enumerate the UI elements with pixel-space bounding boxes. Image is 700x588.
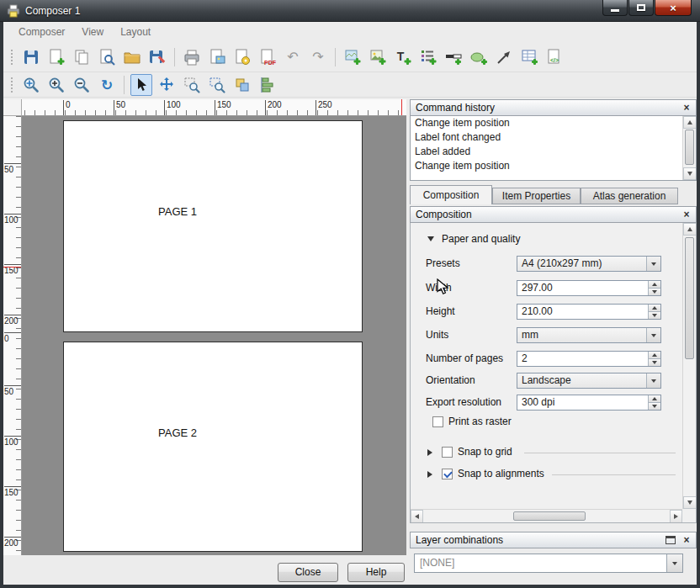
- num-pages-input[interactable]: 2: [517, 351, 661, 367]
- float-dock-icon[interactable]: [666, 536, 676, 544]
- zoom-full-icon[interactable]: [20, 74, 42, 96]
- presets-select[interactable]: A4 (210x297 mm): [517, 256, 661, 272]
- add-label-icon[interactable]: T: [392, 46, 414, 68]
- redo-icon[interactable]: ↷: [307, 46, 329, 68]
- canvas-page-2[interactable]: PAGE 2: [63, 342, 363, 552]
- tab-atlas-generation[interactable]: Atlas generation: [581, 188, 678, 204]
- spin-up-icon[interactable]: [648, 352, 660, 358]
- print-as-raster-label: Print as raster: [448, 416, 512, 428]
- composition-canvas[interactable]: PAGE 1 PAGE 2: [22, 116, 406, 555]
- add-attribute-table-icon[interactable]: [518, 46, 540, 68]
- add-image-icon[interactable]: [367, 46, 389, 68]
- undo-icon[interactable]: ↶: [282, 46, 304, 68]
- scroll-up-icon[interactable]: [683, 116, 697, 129]
- snap-to-alignments-checkbox[interactable]: [442, 469, 453, 479]
- select-move-item-icon[interactable]: [130, 74, 152, 96]
- export-resolution-value[interactable]: 300 dpi: [517, 395, 648, 410]
- scrollbar-thumb[interactable]: [685, 130, 694, 165]
- spin-down-icon[interactable]: [648, 288, 660, 295]
- close-button[interactable]: Close: [278, 563, 338, 582]
- scrollbar-thumb[interactable]: [685, 237, 694, 359]
- menu-layout[interactable]: Layout: [112, 23, 159, 41]
- expand-section-icon[interactable]: [427, 449, 432, 456]
- collapse-section-icon[interactable]: [427, 236, 434, 241]
- menu-composer[interactable]: Composer: [10, 23, 73, 41]
- add-html-icon[interactable]: </>: [544, 46, 565, 68]
- scroll-up-icon[interactable]: [683, 223, 697, 236]
- menu-view[interactable]: View: [73, 23, 112, 41]
- spin-up-icon[interactable]: [648, 395, 660, 402]
- dropdown-arrow-icon[interactable]: [646, 328, 660, 342]
- help-button[interactable]: Help: [347, 563, 405, 582]
- scroll-down-icon[interactable]: [683, 167, 697, 180]
- dropdown-arrow-icon[interactable]: [646, 257, 660, 271]
- dropdown-arrow-icon[interactable]: [666, 554, 682, 572]
- expand-section-icon[interactable]: [427, 471, 432, 478]
- load-template-icon[interactable]: [121, 46, 143, 68]
- maximize-button[interactable]: [628, 0, 654, 16]
- export-resolution-input[interactable]: 300 dpi: [517, 395, 661, 411]
- list-item[interactable]: Label added: [411, 145, 696, 159]
- units-select[interactable]: mm: [517, 327, 661, 343]
- refresh-view-icon[interactable]: ↻: [96, 74, 118, 96]
- save-template-icon[interactable]: [146, 46, 168, 68]
- close-window-button[interactable]: ×: [655, 0, 692, 16]
- raise-items-icon[interactable]: [231, 74, 253, 96]
- export-pdf-icon[interactable]: PDF: [257, 46, 278, 68]
- new-composition-icon[interactable]: [45, 46, 67, 68]
- dropdown-arrow-icon[interactable]: [646, 373, 660, 388]
- list-item[interactable]: Change item position: [411, 159, 696, 173]
- zoom-in-icon[interactable]: [45, 74, 67, 96]
- tab-composition[interactable]: Composition: [410, 185, 492, 204]
- add-arrow-icon[interactable]: [493, 46, 515, 68]
- align-items-icon[interactable]: [257, 74, 278, 96]
- zoom-to-selection-icon[interactable]: [206, 74, 228, 96]
- duplicate-composition-icon[interactable]: [71, 46, 93, 68]
- close-dock-icon[interactable]: ×: [681, 209, 692, 220]
- num-pages-value[interactable]: 2: [517, 352, 648, 366]
- spin-down-icon[interactable]: [648, 402, 660, 410]
- scrollbar-thumb[interactable]: [513, 511, 586, 521]
- width-value[interactable]: 297.00: [517, 281, 648, 295]
- panel-vscrollbar[interactable]: [682, 223, 696, 509]
- composer-manager-icon[interactable]: [96, 46, 118, 68]
- spin-down-icon[interactable]: [648, 358, 660, 366]
- scroll-down-icon[interactable]: [683, 496, 697, 509]
- canvas-page-1[interactable]: PAGE 1: [63, 120, 363, 332]
- export-svg-icon[interactable]: [231, 46, 253, 68]
- snap-to-alignments-label: Snap to alignments: [458, 468, 544, 480]
- spin-down-icon[interactable]: [648, 311, 660, 319]
- layer-combinations-select[interactable]: [NONE]: [414, 554, 683, 573]
- print-icon[interactable]: [181, 46, 203, 68]
- orientation-select[interactable]: Landscape: [517, 373, 661, 389]
- list-item[interactable]: Change item position: [411, 116, 696, 130]
- minimize-button[interactable]: [602, 0, 628, 16]
- panel-hscrollbar[interactable]: [411, 509, 682, 522]
- height-value[interactable]: 210.00: [517, 305, 648, 319]
- add-scalebar-icon[interactable]: [443, 46, 464, 68]
- close-dock-icon[interactable]: ×: [681, 102, 692, 114]
- scroll-left-icon[interactable]: [411, 510, 423, 523]
- spin-up-icon[interactable]: [648, 305, 660, 311]
- scroll-right-icon[interactable]: [670, 510, 682, 523]
- spin-up-icon[interactable]: [648, 281, 660, 288]
- print-as-raster-checkbox[interactable]: [432, 416, 443, 427]
- save-project-icon[interactable]: [20, 46, 42, 68]
- tab-item-properties[interactable]: Item Properties: [492, 188, 581, 204]
- add-shape-icon[interactable]: [468, 46, 490, 68]
- titlebar[interactable]: Composer 1 ×: [0, 0, 700, 22]
- export-image-icon[interactable]: [206, 46, 228, 68]
- toolbar-grip[interactable]: [10, 49, 13, 66]
- height-input[interactable]: 210.00: [517, 304, 661, 320]
- close-dock-icon[interactable]: ×: [681, 534, 692, 546]
- list-item[interactable]: Label font changed: [411, 130, 696, 145]
- toolbar-grip[interactable]: [10, 77, 13, 93]
- add-map-icon[interactable]: [342, 46, 363, 68]
- history-scrollbar[interactable]: [682, 116, 696, 180]
- width-input[interactable]: 297.00: [517, 280, 661, 296]
- add-legend-icon[interactable]: [417, 46, 439, 68]
- snap-to-grid-checkbox[interactable]: [442, 447, 453, 458]
- move-item-content-icon[interactable]: [156, 74, 178, 96]
- zoom-to-region-icon[interactable]: [181, 74, 203, 96]
- zoom-out-icon[interactable]: [71, 74, 93, 96]
